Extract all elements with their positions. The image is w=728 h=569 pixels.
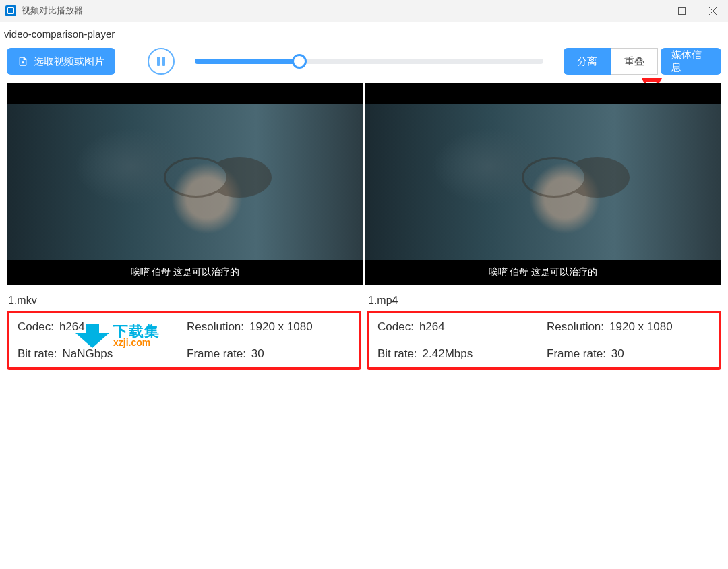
framerate-value: 30 xyxy=(611,347,624,361)
info-col-left: 1.mkv Codec: h264 Resolution: 1920 x 108… xyxy=(7,291,361,370)
play-pause-button[interactable] xyxy=(148,48,175,75)
codec-row: Codec: h264 xyxy=(377,320,541,334)
bitrate-label: Bit rate: xyxy=(18,347,57,361)
minimize-icon xyxy=(647,7,655,15)
toolbar: 选取视频或图片 分离 重叠 媒体信息 xyxy=(0,40,728,80)
filename-right: 1.mp4 xyxy=(367,291,721,311)
codec-value: h264 xyxy=(59,320,85,334)
pause-icon xyxy=(157,57,165,66)
app-icon xyxy=(5,5,16,16)
titlebar: 视频对比播放器 xyxy=(0,0,728,22)
codec-label: Codec: xyxy=(18,320,54,334)
progress-slider[interactable] xyxy=(195,48,543,75)
media-info-left: Codec: h264 Resolution: 1920 x 1080 Bit … xyxy=(7,311,361,370)
filename-left: 1.mkv xyxy=(7,291,361,311)
bitrate-value: 2.42Mbps xyxy=(423,347,473,361)
media-info-right: Codec: h264 Resolution: 1920 x 1080 Bit … xyxy=(367,311,721,370)
subtitle-left: 唉唷 伯母 这是可以治疗的 xyxy=(7,266,363,278)
info-col-right: 1.mp4 Codec: h264 Resolution: 1920 x 108… xyxy=(367,291,721,370)
resolution-value: 1920 x 1080 xyxy=(249,320,313,334)
minimize-button[interactable] xyxy=(635,0,666,22)
window-title: 视频对比播放器 xyxy=(22,5,83,17)
media-info-button[interactable]: 媒体信息 xyxy=(661,48,721,75)
resolution-row: Resolution: 1920 x 1080 xyxy=(547,320,710,334)
info-row: 1.mkv Codec: h264 Resolution: 1920 x 108… xyxy=(0,285,728,370)
page-subtitle: video-comparison-player xyxy=(0,22,728,40)
close-icon xyxy=(709,7,717,15)
video-pane-right[interactable]: 唉唷 伯母 这是可以治疗的 xyxy=(365,83,721,285)
framerate-label: Frame rate: xyxy=(187,347,246,361)
view-mode-buttons: 分离 重叠 媒体信息 xyxy=(564,48,721,75)
subtitle-right: 唉唷 伯母 这是可以治疗的 xyxy=(365,266,721,278)
framerate-value: 30 xyxy=(251,347,264,361)
close-button[interactable] xyxy=(697,0,728,22)
codec-row: Codec: h264 xyxy=(18,320,181,334)
video-frame xyxy=(7,104,363,260)
video-row: 唉唷 伯母 这是可以治疗的 唉唷 伯母 这是可以治疗的 xyxy=(0,80,728,285)
framerate-row: Frame rate: 30 xyxy=(547,347,710,361)
bitrate-row: Bit rate: 2.42Mbps xyxy=(377,347,541,361)
slider-thumb[interactable] xyxy=(292,54,307,69)
slider-fill xyxy=(195,59,299,64)
codec-value: h264 xyxy=(419,320,445,334)
video-frame xyxy=(365,104,721,260)
resolution-row: Resolution: 1920 x 1080 xyxy=(187,320,351,334)
resolution-label: Resolution: xyxy=(187,320,244,334)
video-pane-left[interactable]: 唉唷 伯母 这是可以治疗的 xyxy=(7,83,363,285)
select-files-label: 选取视频或图片 xyxy=(34,55,104,68)
resolution-label: Resolution: xyxy=(547,320,604,334)
framerate-row: Frame rate: 30 xyxy=(187,347,351,361)
bitrate-row: Bit rate: NaNGbps xyxy=(18,347,181,361)
maximize-button[interactable] xyxy=(666,0,697,22)
file-plus-icon xyxy=(18,56,28,67)
select-files-button[interactable]: 选取视频或图片 xyxy=(7,48,115,75)
window-buttons xyxy=(635,0,728,22)
tab-overlap[interactable]: 重叠 xyxy=(611,48,658,75)
bitrate-label: Bit rate: xyxy=(377,347,417,361)
resolution-value: 1920 x 1080 xyxy=(609,320,673,334)
codec-label: Codec: xyxy=(377,320,414,334)
bitrate-value: NaNGbps xyxy=(63,347,113,361)
svg-rect-1 xyxy=(678,7,685,14)
tab-separate[interactable]: 分离 xyxy=(564,48,611,75)
framerate-label: Frame rate: xyxy=(547,347,606,361)
maximize-icon xyxy=(678,7,686,15)
